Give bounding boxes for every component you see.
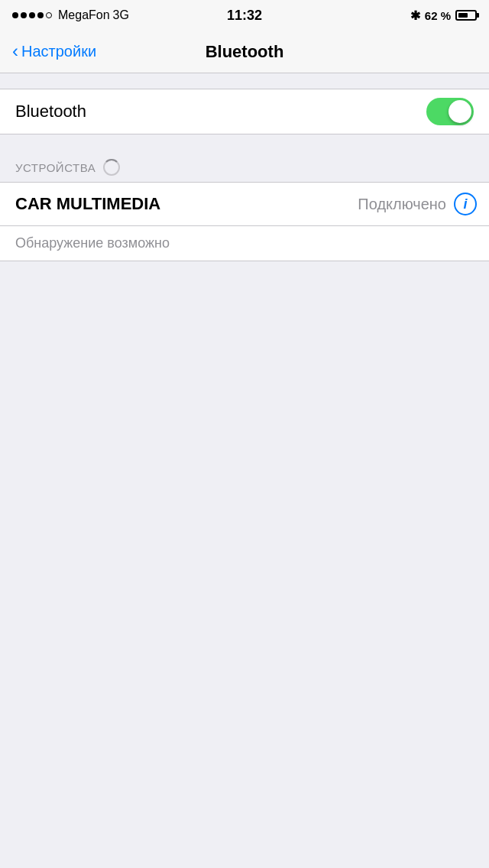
device-status-label: Подключено — [358, 196, 446, 213]
bluetooth-toggle[interactable] — [426, 98, 474, 125]
status-left: MegaFon 3G — [12, 8, 129, 22]
bluetooth-card: Bluetooth — [0, 89, 489, 134]
car-multimedia-row[interactable]: CAR MULTIMEDIA Подключено i — [0, 182, 489, 226]
page-title: Bluetooth — [206, 42, 284, 62]
bluetooth-status-icon: ✱ — [410, 8, 420, 23]
nav-bar: ‹ Настройки Bluetooth — [0, 31, 489, 73]
network-type: 3G — [113, 8, 129, 22]
dot-5 — [46, 12, 52, 18]
main-content-area — [0, 261, 489, 720]
spinner-circle — [103, 159, 120, 176]
status-bar: MegaFon 3G 11:32 ✱ 62 % — [0, 0, 489, 31]
battery-icon-container — [455, 10, 477, 21]
loading-spinner — [103, 159, 120, 176]
spinner-arc — [103, 159, 120, 176]
signal-dots — [12, 12, 52, 18]
dot-2 — [21, 12, 27, 18]
info-icon: i — [463, 196, 467, 212]
devices-section-header: УСТРОЙСТВА — [0, 150, 489, 182]
bluetooth-label: Bluetooth — [15, 102, 86, 121]
bluetooth-row: Bluetooth — [0, 89, 489, 134]
carrier-name: MegaFon — [58, 8, 110, 22]
back-button-label: Настройки — [21, 43, 96, 60]
dot-3 — [29, 12, 35, 18]
dot-1 — [12, 12, 18, 18]
battery-percent: 62 % — [425, 9, 451, 22]
dot-4 — [37, 12, 44, 18]
battery-icon — [455, 10, 477, 21]
device-info-button[interactable]: i — [454, 193, 477, 215]
devices-header-label: УСТРОЙСТВА — [15, 161, 96, 174]
discovery-text: Обнаружение возможно — [15, 235, 170, 251]
device-name-label: CAR MULTIMEDIA — [15, 194, 358, 214]
discovery-row: Обнаружение возможно — [0, 226, 489, 261]
mid-gap — [0, 134, 489, 150]
battery-fill — [458, 13, 468, 18]
back-chevron-icon: ‹ — [12, 42, 18, 60]
top-gap — [0, 73, 489, 89]
status-right: ✱ 62 % — [410, 8, 477, 23]
back-button[interactable]: ‹ Настройки — [12, 43, 96, 60]
toggle-knob — [449, 100, 471, 123]
status-time: 11:32 — [227, 8, 262, 24]
